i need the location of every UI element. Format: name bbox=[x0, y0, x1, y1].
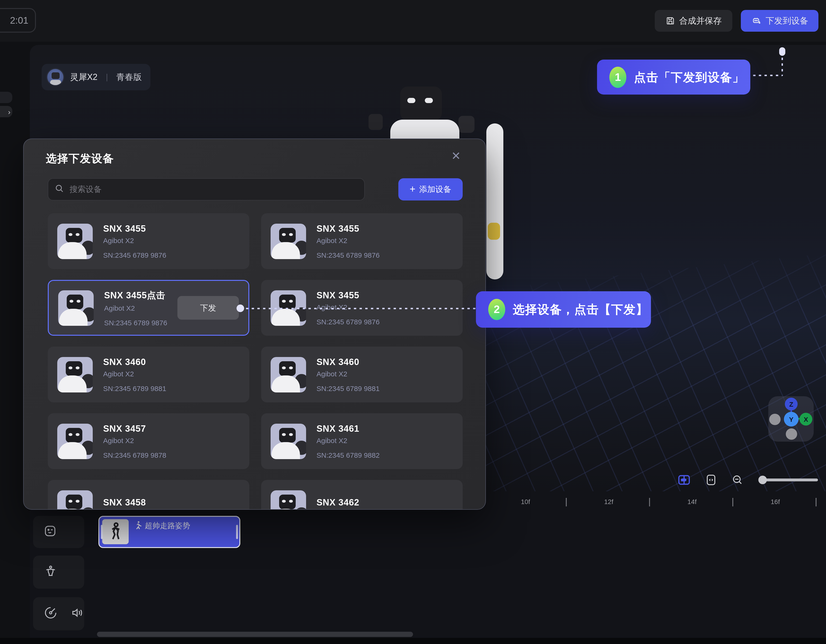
timeline-zoom-slider[interactable] bbox=[759, 478, 818, 481]
duration-chip[interactable]: 2:01 bbox=[0, 8, 36, 33]
search-input[interactable] bbox=[68, 184, 358, 195]
device-serial: SN:2345 6789 9876 bbox=[317, 251, 380, 259]
connector-line bbox=[753, 75, 783, 76]
device-card-selected[interactable]: SNX 3455点击 Agibot X2 SN:2345 6789 9876 下… bbox=[48, 280, 249, 336]
device-avatar bbox=[57, 490, 93, 510]
app-root: 2:01 合成并保存 下发到设备 › 灵犀X2 ｜ 青春版 bbox=[0, 0, 826, 644]
deploy-to-device-button[interactable]: 下发到设备 bbox=[741, 10, 818, 32]
robot-arm bbox=[486, 124, 503, 279]
model-avatar-body bbox=[50, 80, 61, 85]
axis-z-button[interactable]: Z bbox=[785, 398, 798, 410]
robot-avatar-head bbox=[66, 494, 82, 509]
model-edition: 青春版 bbox=[116, 71, 142, 83]
horizontal-scrollbar[interactable] bbox=[97, 632, 413, 637]
device-name: SNX 3457 bbox=[103, 423, 166, 434]
device-avatar bbox=[57, 223, 93, 259]
ruler-tick bbox=[732, 498, 733, 506]
device-info: SNX 3458 Agibot X2 bbox=[103, 497, 146, 510]
ruler-tick bbox=[649, 498, 650, 506]
track-motion-audio[interactable] bbox=[33, 597, 84, 630]
sidebar-thumbnail-stub[interactable] bbox=[0, 184, 12, 206]
ruler-tick bbox=[566, 498, 567, 506]
device-model: Agibot X2 bbox=[104, 304, 167, 312]
device-info: SNX 3457 Agibot X2 SN:2345 6789 9878 bbox=[103, 423, 166, 459]
ruler-label: 16f bbox=[771, 498, 780, 505]
clip-trim-handle-left[interactable] bbox=[101, 525, 102, 539]
device-serial: SN:2345 6789 9882 bbox=[317, 451, 380, 459]
deploy-device-button[interactable]: 下发 bbox=[177, 296, 239, 320]
robot-head bbox=[400, 87, 442, 121]
clip-trim-handle-right[interactable] bbox=[236, 525, 238, 539]
device-name: SNX 3455 bbox=[317, 223, 380, 234]
device-serial: SN:2345 6789 9876 bbox=[103, 251, 166, 259]
sidebar-collapse-button[interactable]: › bbox=[0, 106, 12, 117]
step-1-badge: 1 bbox=[609, 67, 626, 88]
device-avatar bbox=[270, 357, 306, 392]
face-track-icon bbox=[44, 525, 56, 539]
speed-track-icon[interactable] bbox=[44, 606, 57, 621]
device-card-grid: SNX 3455 Agibot X2 SN:2345 6789 9876 SNX… bbox=[48, 213, 463, 510]
device-avatar bbox=[270, 490, 306, 510]
audio-track-icon[interactable] bbox=[70, 606, 84, 621]
axis-gizmo[interactable]: Z X Y bbox=[768, 396, 814, 442]
clip-label-row: 超帅走路姿势 bbox=[134, 521, 190, 531]
device-card-partial[interactable]: SNX 3462 Agibot X2 bbox=[261, 480, 463, 510]
robot-avatar-shoulder bbox=[295, 507, 306, 510]
track-posture[interactable] bbox=[33, 556, 84, 589]
timeline-panel: 10f 12f 14f 16f 超帅走路姿势 bbox=[30, 491, 826, 638]
axis-negative-x[interactable] bbox=[769, 414, 781, 425]
zoom-out-icon[interactable] bbox=[732, 474, 743, 486]
add-device-button[interactable]: + 添加设备 bbox=[398, 178, 463, 200]
device-card[interactable]: SNX 3455 Agibot X2 SN:2345 6789 9876 bbox=[48, 213, 249, 269]
ruler-label: 12f bbox=[604, 498, 613, 505]
device-card[interactable]: SNX 3460 Agibot X2 SN:2345 6789 9881 bbox=[261, 347, 463, 402]
clip-label-text: 超帅走路姿势 bbox=[145, 521, 190, 531]
device-serial: SN:2345 6789 9881 bbox=[103, 384, 166, 392]
ruler-label: 10f bbox=[521, 498, 530, 505]
model-chip[interactable]: 灵犀X2 ｜ 青春版 bbox=[42, 64, 150, 90]
axis-negative-z[interactable] bbox=[786, 428, 797, 440]
device-card[interactable]: SNX 3457 Agibot X2 SN:2345 6789 9878 bbox=[48, 413, 249, 469]
robot-avatar-head bbox=[66, 228, 82, 243]
axis-y-button[interactable]: Y bbox=[784, 412, 798, 426]
robot-avatar-head bbox=[66, 428, 82, 443]
robot-avatar-head bbox=[66, 361, 82, 376]
robot-avatar-head bbox=[279, 361, 295, 376]
device-card[interactable]: SNX 3455 Agibot X2 SN:2345 6789 9876 bbox=[261, 213, 463, 269]
track-expression[interactable] bbox=[33, 516, 84, 548]
axis-x-button[interactable]: X bbox=[800, 413, 812, 426]
device-name: SNX 3461 bbox=[317, 423, 380, 434]
robot-avatar-head bbox=[67, 294, 83, 309]
model-chip-divider: ｜ bbox=[103, 72, 110, 82]
search-icon bbox=[55, 184, 64, 195]
device-search-box[interactable] bbox=[48, 178, 365, 200]
plus-icon: + bbox=[410, 184, 416, 194]
robot-eye bbox=[425, 98, 433, 103]
save-button[interactable]: 合成并保存 bbox=[655, 10, 732, 32]
step-2-badge: 2 bbox=[488, 299, 505, 320]
slider-knob[interactable] bbox=[758, 476, 767, 484]
fit-clip-icon[interactable] bbox=[706, 474, 716, 486]
sidebar-thumbnail-stub[interactable] bbox=[0, 122, 12, 146]
add-track-icon[interactable] bbox=[678, 474, 690, 486]
connector-dot bbox=[236, 305, 244, 312]
robot-avatar-head bbox=[279, 294, 295, 309]
device-name: SNX 3458 bbox=[103, 497, 146, 508]
device-info: SNX 3455点击 Agibot X2 SN:2345 6789 9876 bbox=[104, 289, 167, 327]
sidebar-thumbnail-stub[interactable] bbox=[0, 154, 12, 177]
timeline-clip[interactable]: 超帅走路姿势 bbox=[98, 516, 240, 548]
robot-avatar-head bbox=[279, 428, 295, 443]
device-model: Agibot X2 bbox=[317, 370, 380, 378]
device-card[interactable]: SNX 3460 Agibot X2 SN:2345 6789 9881 bbox=[48, 347, 249, 402]
model-avatar-head bbox=[51, 72, 60, 79]
close-icon[interactable]: ✕ bbox=[451, 150, 461, 162]
device-card-partial[interactable]: SNX 3458 Agibot X2 bbox=[48, 480, 249, 510]
tutorial-step-2: 2 选择设备，点击【下发】 bbox=[476, 291, 651, 328]
ruler-tick bbox=[815, 498, 817, 506]
device-avatar bbox=[270, 423, 306, 459]
robot-hand bbox=[488, 223, 500, 240]
device-card[interactable]: SNX 3461 Agibot X2 SN:2345 6789 9882 bbox=[261, 413, 463, 469]
device-model: Agibot X2 bbox=[103, 436, 166, 444]
save-button-label: 合成并保存 bbox=[679, 15, 722, 26]
device-avatar bbox=[270, 223, 306, 259]
